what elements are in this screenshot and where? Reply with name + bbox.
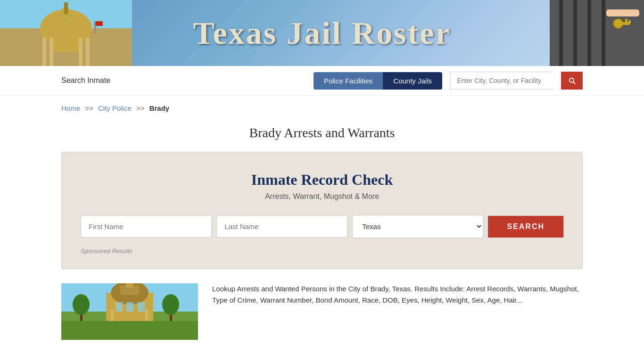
svg-rect-18 bbox=[606, 9, 639, 16]
state-select[interactable]: AlabamaAlaskaArizonaArkansasCaliforniaCo… bbox=[352, 215, 483, 238]
facility-search-button[interactable] bbox=[561, 72, 583, 90]
banner-left-image bbox=[0, 0, 132, 66]
breadcrumb-city-police[interactable]: City Police bbox=[98, 104, 132, 112]
facility-search-input[interactable] bbox=[450, 72, 553, 90]
svg-rect-16 bbox=[587, 0, 591, 66]
inmate-search-section: Inmate Record Check Arrests, Warrant, Mu… bbox=[61, 152, 583, 269]
first-name-input[interactable] bbox=[81, 215, 212, 238]
svg-rect-11 bbox=[96, 21, 103, 26]
search-fields: AlabamaAlaskaArizonaArkansasCaliforniaCo… bbox=[81, 215, 563, 238]
city-description: Lookup Arrests and Wanted Persons in the… bbox=[212, 283, 583, 306]
svg-rect-21 bbox=[625, 19, 627, 24]
svg-rect-32 bbox=[126, 302, 133, 312]
svg-rect-30 bbox=[116, 302, 123, 312]
page-title: Brady Arrests and Warrants bbox=[0, 125, 644, 140]
header-banner: Texas Jail Roster bbox=[0, 0, 644, 66]
svg-point-38 bbox=[162, 294, 179, 315]
city-image bbox=[61, 283, 198, 340]
breadcrumb-sep2: >> bbox=[136, 104, 145, 112]
banner-right-image bbox=[550, 0, 644, 66]
nav-buttons: Police Facilities County Jails bbox=[314, 72, 442, 90]
search-inmate-label: Search Inmate bbox=[61, 76, 110, 85]
county-jails-button[interactable]: County Jails bbox=[383, 72, 442, 90]
police-facilities-button[interactable]: Police Facilities bbox=[314, 72, 383, 90]
svg-rect-3 bbox=[52, 28, 80, 52]
svg-rect-4 bbox=[42, 38, 46, 66]
capitol-svg bbox=[0, 0, 132, 66]
svg-point-36 bbox=[73, 294, 90, 315]
svg-rect-10 bbox=[94, 21, 96, 33]
svg-rect-31 bbox=[138, 302, 145, 312]
inmate-search-title: Inmate Record Check bbox=[81, 171, 563, 189]
last-name-input[interactable] bbox=[216, 215, 347, 238]
inmate-search-subtitle: Arrests, Warrant, Mugshot & More bbox=[81, 192, 563, 201]
breadcrumb-sep1: >> bbox=[85, 104, 93, 112]
svg-rect-34 bbox=[145, 309, 148, 321]
svg-rect-29 bbox=[126, 283, 133, 288]
breadcrumb-home[interactable]: Home bbox=[61, 104, 80, 112]
svg-rect-9 bbox=[64, 2, 68, 14]
breadcrumb: Home >> City Police >> Brady bbox=[0, 96, 644, 121]
jail-keys-svg bbox=[550, 0, 644, 66]
bottom-section: Lookup Arrests and Wanted Persons in the… bbox=[0, 283, 644, 340]
svg-rect-22 bbox=[628, 20, 631, 24]
svg-rect-15 bbox=[573, 0, 577, 66]
svg-rect-14 bbox=[559, 0, 563, 66]
svg-rect-17 bbox=[602, 0, 605, 66]
breadcrumb-current: Brady bbox=[149, 104, 170, 112]
city-building-svg bbox=[61, 283, 198, 340]
sponsored-label: Sponsored Results bbox=[81, 247, 563, 255]
site-title: Texas Jail Roster bbox=[193, 15, 451, 52]
svg-rect-5 bbox=[50, 38, 53, 66]
search-submit-button[interactable]: SEARCH bbox=[488, 216, 563, 238]
svg-rect-7 bbox=[86, 38, 90, 66]
svg-rect-33 bbox=[111, 309, 114, 321]
svg-rect-6 bbox=[79, 38, 83, 66]
nav-bar: Search Inmate Police Facilities County J… bbox=[0, 66, 644, 96]
search-icon bbox=[568, 76, 576, 85]
